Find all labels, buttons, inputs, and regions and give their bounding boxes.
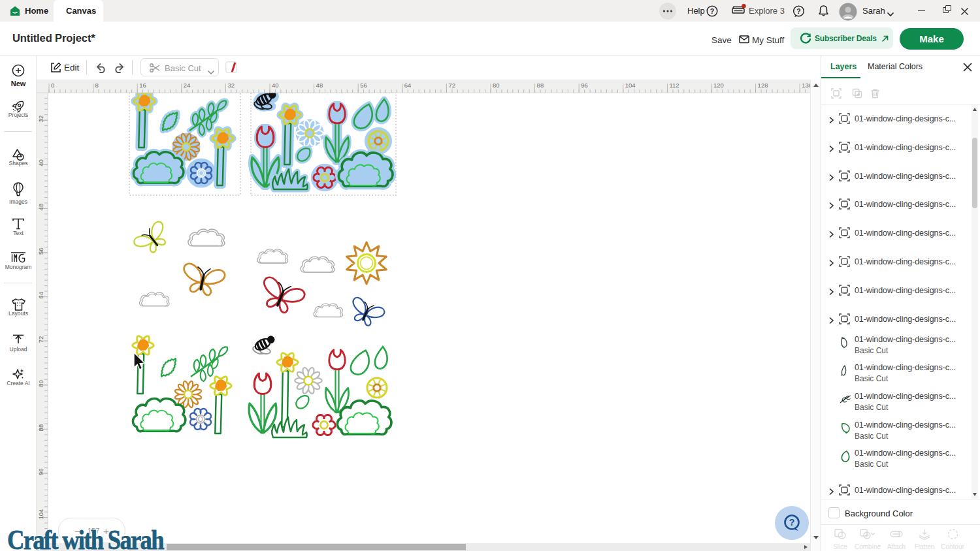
svg-text:96: 96	[37, 468, 44, 475]
svg-text:64: 64	[404, 82, 412, 89]
svg-text:64: 64	[37, 292, 44, 299]
svg-text:?: ?	[796, 7, 800, 15]
svg-text:88: 88	[37, 424, 44, 432]
svg-text:40: 40	[37, 159, 44, 166]
svg-text:32: 32	[227, 82, 235, 89]
svg-text:112: 112	[669, 82, 679, 89]
svg-text:88: 88	[537, 82, 544, 89]
svg-text:128: 128	[758, 82, 768, 89]
svg-text:80: 80	[37, 380, 44, 387]
svg-text:?: ?	[710, 7, 714, 15]
svg-text:96: 96	[581, 82, 588, 89]
svg-text:56: 56	[360, 82, 367, 89]
svg-text:0: 0	[51, 82, 54, 89]
svg-text:40: 40	[272, 82, 279, 89]
svg-text:48: 48	[316, 82, 323, 89]
svg-text:8: 8	[95, 82, 99, 89]
svg-text:56: 56	[37, 247, 44, 255]
svg-text:48: 48	[37, 204, 44, 211]
svg-text:?: ?	[789, 517, 795, 527]
svg-text:72: 72	[37, 336, 44, 343]
svg-text:104: 104	[37, 509, 44, 520]
svg-text:32: 32	[37, 116, 44, 123]
svg-text:72: 72	[448, 82, 455, 89]
svg-text:80: 80	[493, 82, 500, 89]
svg-text:16: 16	[139, 82, 146, 89]
svg-text:104: 104	[625, 82, 636, 89]
svg-text:24: 24	[184, 82, 191, 89]
svg-text:120: 120	[713, 82, 724, 89]
